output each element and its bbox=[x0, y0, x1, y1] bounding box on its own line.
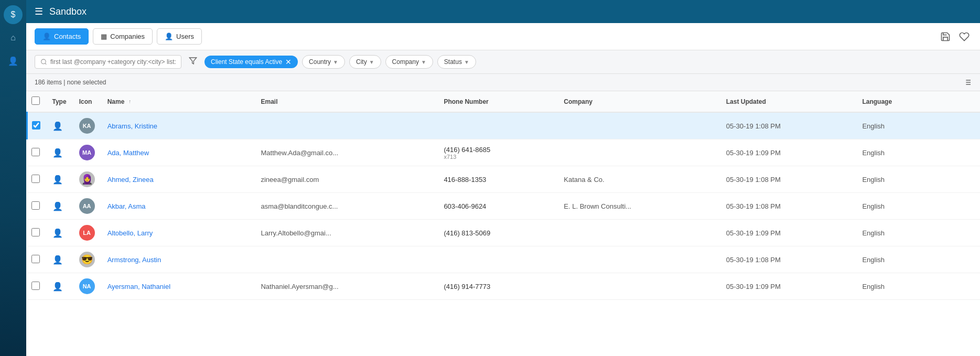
row-checkbox-cell[interactable] bbox=[27, 193, 46, 220]
avatar-cell: MA bbox=[73, 139, 101, 166]
status-dropdown-arrow: ▼ bbox=[464, 59, 469, 65]
country-filter-dropdown[interactable]: Country ▼ bbox=[302, 55, 345, 69]
icon-column-header[interactable]: Icon bbox=[73, 91, 101, 112]
toolbar-right bbox=[938, 29, 972, 44]
actions-cell: ✏ bbox=[942, 193, 980, 220]
menu-icon[interactable]: ☰ bbox=[35, 6, 43, 17]
type-column-header[interactable]: Type bbox=[46, 91, 73, 112]
city-filter-dropdown[interactable]: City ▼ bbox=[349, 55, 381, 69]
company-cell: E. L. Brown Consulti... bbox=[557, 193, 719, 220]
name-cell: Ahmed, Zineea bbox=[101, 166, 255, 193]
table-body: 👤 KA Abrams, Kristine 05-30-19 1:08 PM E… bbox=[27, 112, 981, 300]
contact-name-link[interactable]: Ada, Matthew bbox=[107, 149, 149, 157]
row-checkbox-cell[interactable] bbox=[27, 166, 46, 193]
email-cell bbox=[254, 112, 437, 139]
type-cell: 👤 bbox=[46, 193, 73, 220]
company-cell bbox=[557, 246, 719, 273]
company-cell bbox=[557, 220, 719, 246]
row-select-checkbox[interactable] bbox=[32, 121, 40, 130]
toolbar-left: 👤 Contacts ▦ Companies 👤 Users bbox=[35, 28, 202, 45]
person-type-icon: 👤 bbox=[52, 175, 63, 184]
contact-name-link[interactable]: Ahmed, Zineea bbox=[107, 176, 154, 184]
avatar-cell: 🧕 bbox=[73, 166, 101, 193]
remove-filter-button[interactable]: ✕ bbox=[285, 58, 292, 66]
last-updated-column-header[interactable]: Last Updated bbox=[720, 91, 856, 112]
avatar-cell: LA bbox=[73, 220, 101, 246]
name-cell: Altobello, Larry bbox=[101, 220, 255, 246]
avatar-cell: AA bbox=[73, 193, 101, 220]
email-cell: zineea@gmail.com bbox=[254, 166, 437, 193]
top-header: ☰ Sandbox bbox=[26, 0, 980, 23]
select-all-checkbox[interactable] bbox=[31, 96, 40, 105]
table-row: 👤 MA Ada, Matthew Matthew.Ada@gmail.co..… bbox=[27, 139, 981, 166]
email-cell bbox=[254, 246, 437, 273]
avatar: NA bbox=[79, 278, 95, 294]
email-column-header[interactable]: Email bbox=[254, 91, 437, 112]
sidebar-person-icon[interactable]: 👤 bbox=[4, 51, 23, 70]
row-select-checkbox[interactable] bbox=[31, 175, 40, 183]
last-updated-cell: 05-30-19 1:08 PM bbox=[720, 193, 856, 220]
contact-name-link[interactable]: Akbar, Asma bbox=[107, 202, 146, 210]
sidebar-home-icon[interactable]: ⌂ bbox=[4, 28, 23, 47]
actions-cell: ✏ bbox=[942, 246, 980, 273]
column-settings-icon[interactable] bbox=[963, 78, 972, 87]
row-checkbox-cell[interactable] bbox=[27, 246, 46, 273]
company-dropdown-arrow: ▼ bbox=[421, 59, 426, 65]
avatar-cell: KA bbox=[73, 112, 101, 139]
phone-cell bbox=[437, 112, 557, 139]
sidebar-dollar-icon[interactable]: $ bbox=[4, 5, 23, 24]
phone-number: (416) 813-5069 bbox=[444, 229, 490, 237]
company-filter-dropdown[interactable]: Company ▼ bbox=[385, 55, 433, 69]
avatar: MA bbox=[79, 145, 95, 160]
companies-button[interactable]: ▦ Companies bbox=[93, 28, 153, 45]
row-checkbox-cell[interactable] bbox=[27, 273, 46, 300]
person-type-icon: 👤 bbox=[52, 282, 63, 291]
phone-number: 603-406-9624 bbox=[444, 202, 486, 210]
language-cell: English bbox=[856, 220, 942, 246]
avatar: KA bbox=[79, 118, 95, 134]
contact-name-link[interactable]: Altobello, Larry bbox=[107, 229, 153, 237]
avatar: LA bbox=[79, 225, 95, 241]
users-button[interactable]: 👤 Users bbox=[157, 28, 202, 45]
row-select-checkbox[interactable] bbox=[31, 255, 40, 263]
table-row: 👤 🧕 Ahmed, Zineea zineea@gmail.com 416-8… bbox=[27, 166, 981, 193]
name-column-header[interactable]: Name ↑ bbox=[101, 91, 255, 112]
row-checkbox-cell[interactable] bbox=[27, 112, 46, 139]
contacts-table: Type Icon Name ↑ Email bbox=[26, 91, 980, 300]
row-select-checkbox[interactable] bbox=[31, 148, 40, 156]
row-checkbox-cell[interactable] bbox=[27, 220, 46, 246]
search-input[interactable] bbox=[50, 58, 176, 66]
email-cell: Matthew.Ada@gmail.co... bbox=[254, 139, 437, 166]
row-select-checkbox[interactable] bbox=[31, 282, 40, 290]
email-cell: Nathaniel.Ayersman@g... bbox=[254, 273, 437, 300]
row-select-checkbox[interactable] bbox=[31, 228, 40, 236]
filter-bar: Client State equals Active ✕ Country ▼ C… bbox=[26, 50, 980, 74]
avatar: 🧕 bbox=[79, 171, 95, 187]
person-type-icon: 👤 bbox=[52, 148, 63, 157]
last-updated-cell: 05-30-19 1:09 PM bbox=[720, 220, 856, 246]
language-column-header[interactable]: Language bbox=[856, 91, 942, 112]
person-type-icon: 👤 bbox=[52, 229, 63, 238]
contact-name-link[interactable]: Abrams, Kristine bbox=[107, 122, 157, 130]
type-cell: 👤 bbox=[46, 139, 73, 166]
avatar: AA bbox=[79, 198, 95, 214]
type-cell: 👤 bbox=[46, 220, 73, 246]
status-filter-dropdown[interactable]: Status ▼ bbox=[437, 55, 476, 69]
phone-column-header[interactable]: Phone Number bbox=[437, 91, 557, 112]
row-checkbox-cell[interactable] bbox=[27, 139, 46, 166]
select-all-header[interactable] bbox=[27, 91, 46, 112]
phone-ext: x713 bbox=[444, 154, 551, 160]
svg-point-0 bbox=[41, 59, 46, 64]
search-box[interactable] bbox=[35, 55, 181, 69]
contact-name-link[interactable]: Armstrong, Austin bbox=[107, 256, 161, 264]
favorite-button[interactable] bbox=[957, 29, 972, 44]
contact-name-link[interactable]: Ayersman, Nathaniel bbox=[107, 283, 170, 290]
table-row: 👤 NA Ayersman, Nathaniel Nathaniel.Ayers… bbox=[27, 273, 981, 300]
save-button[interactable] bbox=[938, 29, 953, 44]
company-cell bbox=[557, 273, 719, 300]
row-select-checkbox[interactable] bbox=[31, 201, 40, 210]
email-cell: Larry.Altobello@gmai... bbox=[254, 220, 437, 246]
contacts-button[interactable]: 👤 Contacts bbox=[35, 28, 89, 45]
filter-funnel-button[interactable] bbox=[186, 55, 200, 69]
company-column-header[interactable]: Company bbox=[557, 91, 719, 112]
